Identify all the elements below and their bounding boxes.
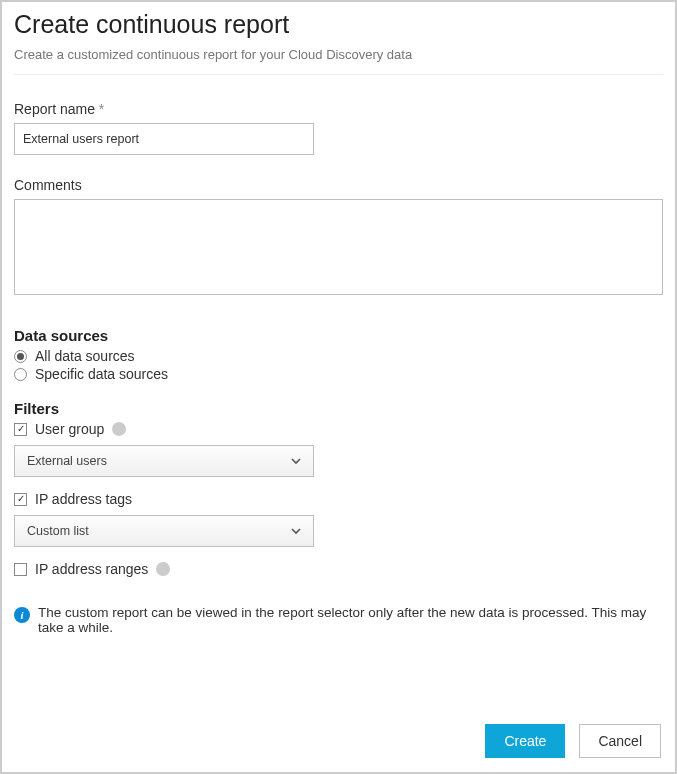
checkbox-ip-address-tags[interactable]: IP address tags: [14, 491, 663, 507]
info-icon[interactable]: [112, 422, 126, 436]
page-title: Create continuous report: [14, 10, 663, 39]
report-name-input[interactable]: [14, 123, 314, 155]
radio-label: All data sources: [35, 348, 135, 364]
dropdown-user-group[interactable]: External users: [14, 445, 314, 477]
divider: [14, 74, 663, 75]
required-asterisk: *: [99, 101, 104, 117]
checkbox-icon: [14, 423, 27, 436]
cancel-button[interactable]: Cancel: [579, 724, 661, 758]
info-icon[interactable]: [156, 562, 170, 576]
report-name-label: Report name *: [14, 101, 663, 117]
page-subtitle: Create a customized continuous report fo…: [14, 47, 663, 62]
chevron-down-icon: [291, 526, 301, 536]
radio-all-data-sources[interactable]: All data sources: [14, 348, 663, 364]
chevron-down-icon: [291, 456, 301, 466]
checkbox-label: IP address tags: [35, 491, 132, 507]
checkbox-ip-address-ranges[interactable]: IP address ranges: [14, 561, 663, 577]
radio-icon: [14, 368, 27, 381]
dropdown-ip-address-tags[interactable]: Custom list: [14, 515, 314, 547]
checkbox-icon: [14, 493, 27, 506]
create-button[interactable]: Create: [485, 724, 565, 758]
info-note-text: The custom report can be viewed in the r…: [38, 605, 663, 635]
checkbox-user-group[interactable]: User group: [14, 421, 663, 437]
radio-label: Specific data sources: [35, 366, 168, 382]
checkbox-icon: [14, 563, 27, 576]
info-note: i The custom report can be viewed in the…: [14, 605, 663, 635]
radio-specific-data-sources[interactable]: Specific data sources: [14, 366, 663, 382]
dropdown-value: Custom list: [27, 524, 89, 538]
info-circle-icon: i: [14, 607, 30, 623]
comments-label: Comments: [14, 177, 663, 193]
data-sources-heading: Data sources: [14, 327, 663, 344]
checkbox-label: User group: [35, 421, 104, 437]
filters-heading: Filters: [14, 400, 663, 417]
dialog-create-continuous-report: Create continuous report Create a custom…: [0, 0, 677, 774]
dropdown-value: External users: [27, 454, 107, 468]
checkbox-label: IP address ranges: [35, 561, 148, 577]
radio-icon: [14, 350, 27, 363]
comments-textarea[interactable]: [14, 199, 663, 295]
dialog-footer: Create Cancel: [485, 724, 661, 758]
report-name-label-text: Report name: [14, 101, 95, 117]
